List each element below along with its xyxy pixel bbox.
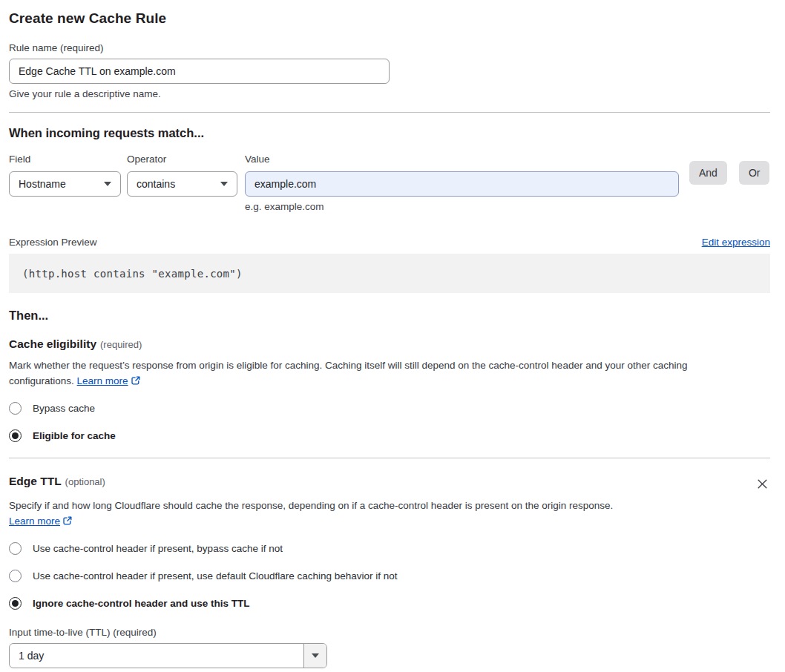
- radio-button[interactable]: [9, 402, 22, 415]
- value-helper: e.g. example.com: [245, 201, 679, 212]
- radio-dot: [12, 432, 19, 439]
- radio-option-ignore-header-use-ttl[interactable]: Ignore cache-control header and use this…: [9, 597, 770, 610]
- operator-column: Operator contains: [127, 154, 237, 197]
- close-icon: [756, 478, 769, 490]
- field-column: Field Hostname: [9, 154, 121, 197]
- cache-eligibility-title: Cache eligibility(required): [9, 337, 770, 351]
- value-label: Value: [245, 154, 679, 165]
- field-select-value: Hostname: [19, 178, 66, 190]
- value-input[interactable]: [245, 171, 679, 197]
- operator-select[interactable]: contains: [127, 171, 237, 197]
- ttl-label: Input time-to-live (TTL) (required): [9, 627, 770, 638]
- radio-label: Use cache-control header if present, use…: [33, 570, 398, 582]
- rule-name-input[interactable]: [9, 59, 390, 84]
- operator-select-value: contains: [137, 178, 175, 190]
- edge-ttl-description-text: Specify if and how long Cloudflare shoul…: [9, 500, 613, 511]
- operator-label: Operator: [127, 154, 237, 165]
- cache-eligibility-title-text: Cache eligibility: [9, 337, 96, 350]
- external-link-icon: [131, 375, 141, 386]
- or-button[interactable]: Or: [739, 161, 770, 185]
- edge-ttl-title-text: Edge TTL: [9, 475, 62, 487]
- radio-dot: [12, 573, 19, 579]
- select-arrow-button[interactable]: [303, 644, 326, 668]
- chevron-down-icon: [220, 182, 228, 186]
- page-title: Create new Cache Rule: [9, 10, 770, 27]
- radio-label: Bypass cache: [33, 403, 95, 414]
- match-heading: When incoming requests match...: [9, 126, 770, 140]
- field-label: Field: [9, 154, 121, 165]
- expression-preview-label: Expression Preview: [9, 237, 97, 248]
- radio-button[interactable]: [9, 570, 22, 582]
- radio-label: Eligible for cache: [33, 430, 116, 441]
- section-divider: [9, 458, 770, 458]
- ttl-select-value: 1 day: [10, 644, 303, 668]
- radio-option-use-header-bypass[interactable]: Use cache-control header if present, byp…: [9, 542, 770, 555]
- radio-dot: [12, 600, 19, 607]
- remove-edge-ttl-button[interactable]: [755, 476, 770, 492]
- radio-option-use-header-default[interactable]: Use cache-control header if present, use…: [9, 570, 770, 582]
- match-builder-row: Field Hostname Operator contains Value e…: [9, 154, 770, 212]
- radio-button[interactable]: [9, 597, 22, 610]
- radio-dot: [12, 545, 19, 552]
- edge-ttl-title: Edge TTL(optional): [9, 475, 105, 488]
- section-divider: [9, 112, 770, 113]
- radio-dot: [12, 405, 19, 412]
- edge-ttl-qualifier: (optional): [65, 476, 105, 487]
- radio-label: Ignore cache-control header and use this…: [33, 598, 250, 609]
- rule-name-helper: Give your rule a descriptive name.: [9, 88, 770, 99]
- learn-more-link[interactable]: Learn more: [77, 375, 128, 386]
- edge-ttl-description: Specify if and how long Cloudflare shoul…: [9, 498, 625, 529]
- radio-button[interactable]: [9, 542, 22, 555]
- chevron-down-icon: [104, 182, 111, 186]
- then-heading: Then...: [9, 309, 770, 323]
- cache-eligibility-description: Mark whether the request’s response from…: [9, 358, 755, 389]
- and-button[interactable]: And: [689, 161, 727, 185]
- field-select[interactable]: Hostname: [9, 171, 121, 197]
- value-column: Value e.g. example.com: [245, 154, 679, 212]
- chevron-down-icon: [312, 653, 319, 658]
- expression-code: (http.host contains "example.com"): [9, 254, 770, 293]
- radio-option-bypass-cache[interactable]: Bypass cache: [9, 402, 770, 415]
- radio-button[interactable]: [9, 429, 22, 442]
- learn-more-link[interactable]: Learn more: [9, 515, 60, 527]
- radio-option-eligible-for-cache[interactable]: Eligible for cache: [9, 429, 770, 442]
- expression-preview-row: Expression Preview Edit expression: [9, 237, 770, 248]
- ttl-select[interactable]: 1 day: [9, 643, 327, 668]
- rule-name-label: Rule name (required): [9, 42, 770, 53]
- radio-label: Use cache-control header if present, byp…: [33, 543, 283, 554]
- edge-ttl-header: Edge TTL(optional): [9, 475, 770, 492]
- expression-text: (http.host contains "example.com"): [22, 268, 243, 280]
- external-link-icon: [62, 515, 73, 526]
- create-cache-rule-form: Create new Cache Rule Rule name (require…: [0, 10, 785, 672]
- cache-eligibility-qualifier: (required): [100, 339, 142, 350]
- edit-expression-link[interactable]: Edit expression: [702, 237, 770, 248]
